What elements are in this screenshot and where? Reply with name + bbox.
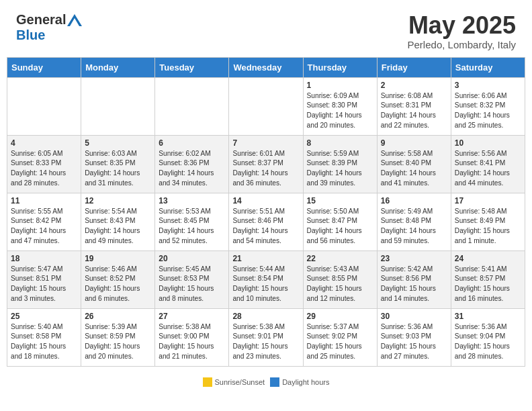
table-row: 8Sunrise: 5:59 AM Sunset: 8:39 PM Daylig… <box>303 135 377 193</box>
day-info: Sunrise: 5:45 AM Sunset: 8:53 PM Dayligh… <box>159 265 225 304</box>
day-number: 31 <box>455 312 521 321</box>
page-header: General Blue May 2025 Perledo, Lombardy,… <box>0 0 532 57</box>
table-row: 22Sunrise: 5:43 AM Sunset: 8:55 PM Dayli… <box>303 250 377 308</box>
day-number: 17 <box>455 196 521 205</box>
table-row: 4Sunrise: 6:05 AM Sunset: 8:33 PM Daylig… <box>7 135 81 193</box>
table-row <box>229 77 303 135</box>
table-row: 27Sunrise: 5:38 AM Sunset: 9:00 PM Dayli… <box>155 308 229 366</box>
day-number: 1 <box>307 81 373 90</box>
day-info: Sunrise: 5:59 AM Sunset: 8:39 PM Dayligh… <box>307 149 373 189</box>
day-info: Sunrise: 5:37 AM Sunset: 9:02 PM Dayligh… <box>307 322 373 362</box>
day-info: Sunrise: 5:42 AM Sunset: 8:56 PM Dayligh… <box>381 265 447 304</box>
day-info: Sunrise: 5:38 AM Sunset: 9:01 PM Dayligh… <box>232 322 299 362</box>
weekday-header: Sunday <box>7 57 81 77</box>
day-number: 26 <box>85 312 151 321</box>
table-row: 29Sunrise: 5:37 AM Sunset: 9:02 PM Dayli… <box>303 308 377 366</box>
day-number: 12 <box>85 196 151 205</box>
day-number: 14 <box>232 196 299 205</box>
day-number: 15 <box>307 196 373 205</box>
table-row: 12Sunrise: 5:54 AM Sunset: 8:43 PM Dayli… <box>81 193 155 250</box>
table-row: 10Sunrise: 5:56 AM Sunset: 8:41 PM Dayli… <box>451 135 525 193</box>
day-info: Sunrise: 6:06 AM Sunset: 8:32 PM Dayligh… <box>455 91 521 131</box>
day-number: 9 <box>381 138 447 148</box>
calendar-header-row: SundayMondayTuesdayWednesdayThursdayFrid… <box>7 57 525 77</box>
day-info: Sunrise: 6:09 AM Sunset: 8:30 PM Dayligh… <box>307 91 373 131</box>
day-number: 23 <box>381 254 447 263</box>
day-info: Sunrise: 5:43 AM Sunset: 8:55 PM Dayligh… <box>307 265 373 304</box>
table-row: 23Sunrise: 5:42 AM Sunset: 8:56 PM Dayli… <box>377 250 451 308</box>
table-row: 24Sunrise: 5:41 AM Sunset: 8:57 PM Dayli… <box>451 250 525 308</box>
day-number: 5 <box>85 138 151 148</box>
day-info: Sunrise: 5:51 AM Sunset: 8:46 PM Dayligh… <box>232 207 299 246</box>
weekday-header: Thursday <box>303 57 377 77</box>
day-number: 11 <box>11 196 77 205</box>
footer-sunrise: Sunrise/Sunset <box>203 377 265 387</box>
table-row: 6Sunrise: 6:02 AM Sunset: 8:36 PM Daylig… <box>155 135 229 193</box>
day-number: 20 <box>159 254 225 263</box>
day-info: Sunrise: 5:50 AM Sunset: 8:47 PM Dayligh… <box>307 207 373 246</box>
day-info: Sunrise: 5:56 AM Sunset: 8:41 PM Dayligh… <box>455 149 521 189</box>
table-row <box>81 77 155 135</box>
table-row: 25Sunrise: 5:40 AM Sunset: 8:58 PM Dayli… <box>7 308 81 366</box>
sunrise-color-swatch <box>203 377 212 387</box>
day-info: Sunrise: 5:36 AM Sunset: 9:03 PM Dayligh… <box>381 322 447 362</box>
weekday-header: Friday <box>377 57 451 77</box>
day-number: 8 <box>307 138 373 148</box>
day-number: 3 <box>455 81 521 90</box>
day-number: 10 <box>455 138 521 148</box>
logo-blue: Blue <box>16 28 45 43</box>
table-row: 21Sunrise: 5:44 AM Sunset: 8:54 PM Dayli… <box>229 250 303 308</box>
day-number: 25 <box>11 312 77 321</box>
table-row: 30Sunrise: 5:36 AM Sunset: 9:03 PM Dayli… <box>377 308 451 366</box>
day-info: Sunrise: 6:03 AM Sunset: 8:35 PM Dayligh… <box>85 149 151 189</box>
month-title: May 2025 <box>408 12 516 39</box>
footer: Sunrise/Sunset Daylight hours <box>0 375 532 392</box>
table-row: 20Sunrise: 5:45 AM Sunset: 8:53 PM Dayli… <box>155 250 229 308</box>
day-number: 21 <box>232 254 299 263</box>
table-row: 1Sunrise: 6:09 AM Sunset: 8:30 PM Daylig… <box>303 77 377 135</box>
table-row: 15Sunrise: 5:50 AM Sunset: 8:47 PM Dayli… <box>303 193 377 250</box>
table-row: 19Sunrise: 5:46 AM Sunset: 8:52 PM Dayli… <box>81 250 155 308</box>
day-info: Sunrise: 5:47 AM Sunset: 8:51 PM Dayligh… <box>11 265 77 304</box>
day-info: Sunrise: 5:58 AM Sunset: 8:40 PM Dayligh… <box>381 149 447 189</box>
weekday-header: Monday <box>81 57 155 77</box>
day-info: Sunrise: 5:46 AM Sunset: 8:52 PM Dayligh… <box>85 265 151 304</box>
day-info: Sunrise: 5:40 AM Sunset: 8:58 PM Dayligh… <box>11 322 77 362</box>
day-number: 22 <box>307 254 373 263</box>
table-row: 31Sunrise: 5:36 AM Sunset: 9:04 PM Dayli… <box>451 308 525 366</box>
logo: General Blue <box>16 12 82 43</box>
day-number: 30 <box>381 312 447 321</box>
table-row <box>7 77 81 135</box>
day-info: Sunrise: 6:08 AM Sunset: 8:31 PM Dayligh… <box>381 91 447 131</box>
table-row: 9Sunrise: 5:58 AM Sunset: 8:40 PM Daylig… <box>377 135 451 193</box>
day-number: 28 <box>232 312 299 321</box>
calendar-week-row: 1Sunrise: 6:09 AM Sunset: 8:30 PM Daylig… <box>7 77 525 135</box>
day-info: Sunrise: 5:36 AM Sunset: 9:04 PM Dayligh… <box>455 322 521 362</box>
table-row: 17Sunrise: 5:48 AM Sunset: 8:49 PM Dayli… <box>451 193 525 250</box>
day-info: Sunrise: 5:49 AM Sunset: 8:48 PM Dayligh… <box>381 207 447 246</box>
calendar-week-row: 4Sunrise: 6:05 AM Sunset: 8:33 PM Daylig… <box>7 135 525 193</box>
table-row: 2Sunrise: 6:08 AM Sunset: 8:31 PM Daylig… <box>377 77 451 135</box>
day-info: Sunrise: 5:39 AM Sunset: 8:59 PM Dayligh… <box>85 322 151 362</box>
weekday-header: Tuesday <box>155 57 229 77</box>
daylight-label: Daylight hours <box>282 378 329 386</box>
location: Perledo, Lombardy, Italy <box>408 39 516 50</box>
table-row: 5Sunrise: 6:03 AM Sunset: 8:35 PM Daylig… <box>81 135 155 193</box>
day-info: Sunrise: 6:01 AM Sunset: 8:37 PM Dayligh… <box>232 149 299 189</box>
day-info: Sunrise: 5:38 AM Sunset: 9:00 PM Dayligh… <box>159 322 225 362</box>
weekday-header: Wednesday <box>229 57 303 77</box>
sunrise-label: Sunrise/Sunset <box>215 378 265 386</box>
calendar-week-row: 18Sunrise: 5:47 AM Sunset: 8:51 PM Dayli… <box>7 250 525 308</box>
day-number: 18 <box>11 254 77 263</box>
table-row: 26Sunrise: 5:39 AM Sunset: 8:59 PM Dayli… <box>81 308 155 366</box>
logo-general: General <box>16 12 66 28</box>
table-row: 7Sunrise: 6:01 AM Sunset: 8:37 PM Daylig… <box>229 135 303 193</box>
table-row: 13Sunrise: 5:53 AM Sunset: 8:45 PM Dayli… <box>155 193 229 250</box>
calendar-week-row: 25Sunrise: 5:40 AM Sunset: 8:58 PM Dayli… <box>7 308 525 366</box>
day-number: 19 <box>85 254 151 263</box>
table-row: 14Sunrise: 5:51 AM Sunset: 8:46 PM Dayli… <box>229 193 303 250</box>
day-number: 24 <box>455 254 521 263</box>
table-row: 28Sunrise: 5:38 AM Sunset: 9:01 PM Dayli… <box>229 308 303 366</box>
table-row: 16Sunrise: 5:49 AM Sunset: 8:48 PM Dayli… <box>377 193 451 250</box>
day-number: 6 <box>159 138 225 148</box>
